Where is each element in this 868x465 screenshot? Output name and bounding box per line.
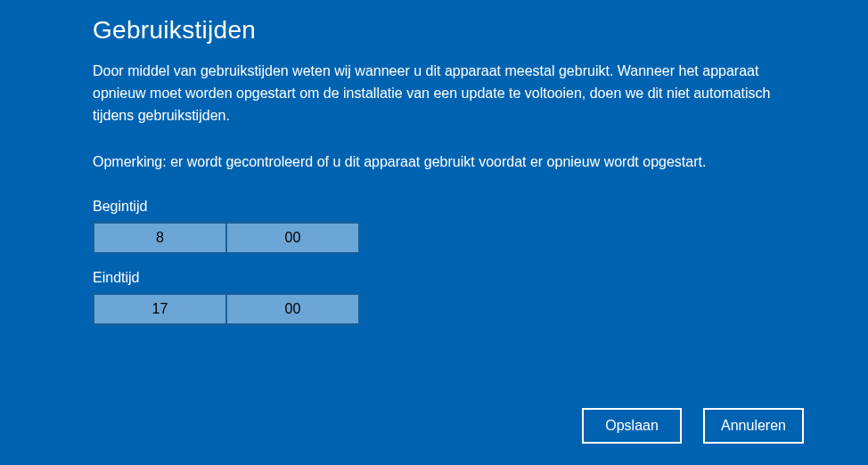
start-time-label: Begintijd [93, 199, 775, 215]
end-minute-field[interactable]: 00 [227, 295, 358, 323]
page-title: Gebruikstijden [93, 16, 775, 45]
end-time-picker: 17 00 [93, 293, 360, 325]
note-text: Opmerking: er wordt gecontroleerd of u d… [93, 151, 775, 174]
description-text: Door middel van gebruikstijden weten wij… [93, 61, 775, 126]
cancel-button[interactable]: Annuleren [703, 408, 804, 444]
start-hour-field[interactable]: 8 [94, 224, 227, 252]
button-bar: Opslaan Annuleren [582, 408, 804, 444]
end-time-label: Eindtijd [93, 270, 775, 286]
end-time-section: Eindtijd 17 00 [93, 270, 775, 325]
end-hour-field[interactable]: 17 [94, 295, 227, 323]
dialog-content: Gebruikstijden Door middel van gebruikst… [0, 0, 868, 325]
start-time-section: Begintijd 8 00 [93, 199, 775, 254]
start-minute-field[interactable]: 00 [227, 224, 358, 252]
save-button[interactable]: Opslaan [582, 408, 682, 444]
start-time-picker: 8 00 [93, 222, 360, 254]
